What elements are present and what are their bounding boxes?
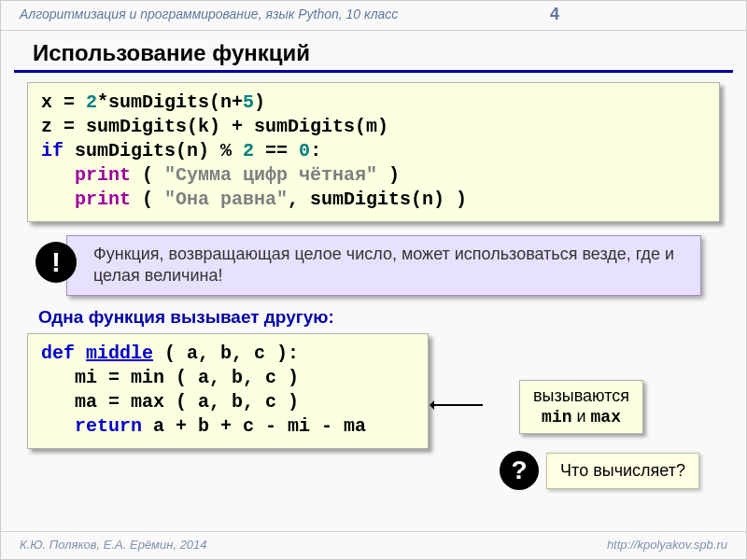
arrow-icon [432, 404, 483, 406]
callout-text: Функция, возвращающая целое число, может… [93, 245, 674, 285]
footer-author: К.Ю. Поляков, Е.А. Ерёмин, 2014 [20, 538, 207, 553]
page-number: 4 [550, 5, 559, 24]
question-text: Что вычисляет? [546, 453, 699, 489]
info-callout: ! Функция, возвращающая целое число, мож… [66, 235, 701, 296]
footer-url: http://kpolyakov.spb.ru [607, 538, 727, 553]
side-annotation: вызываются min и max [519, 380, 643, 434]
slide-title: Использование функций [14, 31, 733, 73]
sub-heading: Одна функция вызывает другую: [38, 307, 709, 328]
slide-footer: К.Ю. Поляков, Е.А. Ерёмин, 2014 http://k… [1, 531, 746, 559]
slide-header: Алгоритмизация и программирование, язык … [1, 1, 746, 31]
course-name: Алгоритмизация и программирование, язык … [20, 7, 398, 21]
exclamation-icon: ! [35, 242, 77, 283]
question-callout: ? Что вычисляет? [500, 451, 699, 490]
code-example-1: x = 2*sumDigits(n+5) z = sumDigits(k) + … [27, 82, 720, 222]
question-icon: ? [500, 451, 539, 490]
code-example-2: def middle ( a, b, c ): mi = min ( a, b,… [27, 333, 429, 449]
